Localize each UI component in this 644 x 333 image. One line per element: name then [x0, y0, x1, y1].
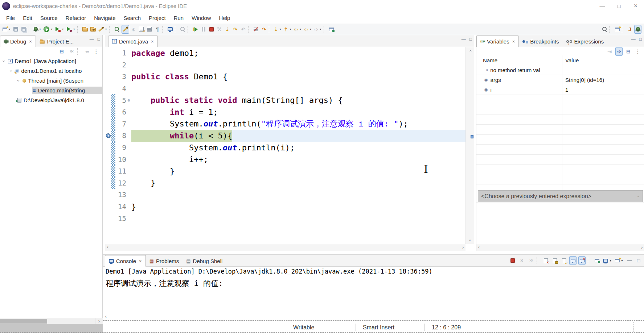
search-button[interactable] [601, 25, 608, 34]
scroll-lock-button[interactable] [551, 256, 558, 265]
variable-row[interactable]: ◉i1 [476, 85, 644, 95]
tab-debug[interactable]: Debug × [0, 36, 36, 47]
dropdown-arrow-icon[interactable]: ▼ [609, 259, 612, 262]
code-text[interactable] [131, 212, 465, 224]
line-number[interactable]: 1 [115, 49, 126, 57]
code-text[interactable]: public static void main(String[] args) { [131, 94, 465, 106]
show-logical-structures-button[interactable]: ⇨ [615, 47, 623, 56]
line-number[interactable]: 14 [115, 203, 126, 211]
code-line[interactable]: 14} [105, 201, 465, 213]
coverage-session-button[interactable] [114, 25, 121, 34]
code-text[interactable]: } [131, 201, 465, 213]
minimize-view-button[interactable]: — [90, 37, 94, 42]
gutter-annotation[interactable] [105, 212, 111, 224]
debug-view-filters-button[interactable]: ●● [83, 47, 90, 56]
chevron-right-icon[interactable]: › [641, 245, 643, 250]
pin-editor-button[interactable] [328, 25, 335, 34]
code-text[interactable]: } [131, 177, 465, 189]
line-number[interactable]: 5 [115, 96, 126, 104]
maximize-view-button[interactable]: □ [98, 37, 100, 42]
line-number[interactable]: 3 [115, 72, 126, 80]
tab-expressions[interactable]: Expressions [563, 36, 608, 47]
dropdown-arrow-icon[interactable]: ▼ [8, 28, 11, 30]
menu-navigate[interactable]: Navigate [90, 13, 119, 23]
thread-node[interactable]: ›Thread [main] (Suspen [0, 76, 102, 86]
line-number[interactable]: 6 [115, 108, 126, 116]
minimize-view-button[interactable]: — [626, 256, 633, 265]
gutter-annotation[interactable] [105, 165, 111, 177]
skip-all-breakpoints-button[interactable] [253, 25, 260, 34]
back-history-button[interactable]: ⇦▼ [303, 25, 313, 34]
save-button[interactable] [12, 25, 20, 34]
column-name[interactable]: Name [476, 55, 562, 65]
empty-row[interactable] [476, 105, 644, 115]
dropdown-arrow-icon[interactable]: ▼ [621, 259, 623, 262]
drop-to-frame-button[interactable]: ↷ [261, 25, 268, 34]
column-value[interactable]: Value [562, 57, 644, 63]
line-number[interactable]: 13 [115, 191, 126, 199]
tab-project-explorer[interactable]: Project E... [36, 36, 77, 47]
gutter-annotation[interactable] [105, 153, 111, 165]
code-line[interactable]: 3public class Demo1 { [105, 71, 465, 83]
empty-row[interactable] [476, 174, 644, 184]
save-all-button[interactable] [20, 25, 28, 34]
java-perspective-button[interactable]: J [626, 25, 633, 34]
remove-all-terminated-button[interactable]: ×× [67, 47, 75, 56]
remove-launch-button[interactable]: × [518, 256, 525, 265]
line-number[interactable]: 8 [115, 132, 126, 140]
dropdown-arrow-icon[interactable]: ▼ [39, 28, 41, 30]
scroll-up-button[interactable]: › [466, 47, 474, 54]
tab-debug-shell[interactable]: ▤ Debug Shell [182, 255, 226, 266]
menu-project[interactable]: Project [145, 13, 170, 23]
overview-ruler-marker[interactable] [471, 135, 473, 138]
maximize-view-button[interactable]: □ [639, 37, 642, 42]
code-line[interactable]: 11 } [105, 165, 465, 177]
tab-problems[interactable]: ▦ Problems [146, 255, 183, 266]
dropdown-arrow-icon[interactable]: ▼ [62, 28, 64, 30]
empty-row[interactable] [476, 95, 644, 105]
line-number[interactable]: 7 [115, 120, 126, 128]
word-wrap-button[interactable] [560, 256, 567, 265]
chevron-right-icon[interactable]: › [462, 245, 464, 250]
step-over-button[interactable]: ↷ [232, 25, 239, 34]
forward-history-button[interactable]: ⇨▼ [313, 25, 323, 34]
run-button[interactable]: ▼ [43, 25, 54, 34]
code-line[interactable]: 9 System.out.println(i); [105, 142, 465, 154]
dropdown-arrow-icon[interactable]: ▼ [289, 28, 292, 30]
maximize-view-button[interactable]: □ [469, 37, 472, 42]
gutter-annotation[interactable] [105, 201, 111, 213]
chevron-left-icon[interactable]: › [478, 245, 480, 250]
search-torch-button[interactable]: ▼ [98, 25, 108, 34]
step-return-button[interactable]: ↶ [240, 25, 247, 34]
new-wizard-button[interactable]: ▼ [2, 25, 12, 34]
terminate-button[interactable] [509, 256, 516, 265]
code-line[interactable]: 10 i++; [105, 153, 465, 165]
variable-row[interactable]: ⇥no method return val [476, 65, 644, 75]
pin-console-button[interactable] [593, 256, 600, 265]
code-text[interactable]: } [131, 165, 465, 177]
last-edit-location-button[interactable]: ⇦▼ [293, 25, 303, 34]
line-number[interactable]: 4 [115, 84, 126, 92]
gutter-annotation[interactable] [105, 106, 111, 118]
code-line[interactable]: 1package demo1; [105, 47, 465, 59]
chevron-down-icon[interactable]: › [636, 195, 641, 197]
close-button[interactable]: × [627, 1, 644, 12]
debug-panel-hscrollbar[interactable]: › [0, 318, 103, 324]
empty-row[interactable] [476, 155, 644, 165]
code-line[interactable]: 12 } [105, 177, 465, 189]
expression-combo[interactable]: <Choose a previously entered expression>… [478, 190, 643, 202]
resume-button[interactable] [192, 25, 199, 34]
display-selected-console-button[interactable]: ▼ [602, 256, 612, 265]
collapse-all-button[interactable]: ⊟ [58, 47, 65, 56]
show-whitespace-button[interactable]: ¶ [154, 25, 161, 34]
gutter-annotation[interactable] [105, 142, 111, 154]
code-text[interactable]: public class Demo1 { [131, 71, 465, 83]
minimize-button[interactable]: — [594, 1, 611, 12]
menu-source[interactable]: Source [36, 13, 62, 23]
code-text[interactable]: while(i < 5){ [131, 130, 465, 142]
gutter-annotation[interactable] [105, 59, 111, 71]
profile-button[interactable]: ▼ [66, 25, 76, 34]
gutter-annotation[interactable] [105, 83, 111, 95]
close-icon[interactable]: × [512, 39, 515, 44]
code-text[interactable] [131, 189, 465, 201]
